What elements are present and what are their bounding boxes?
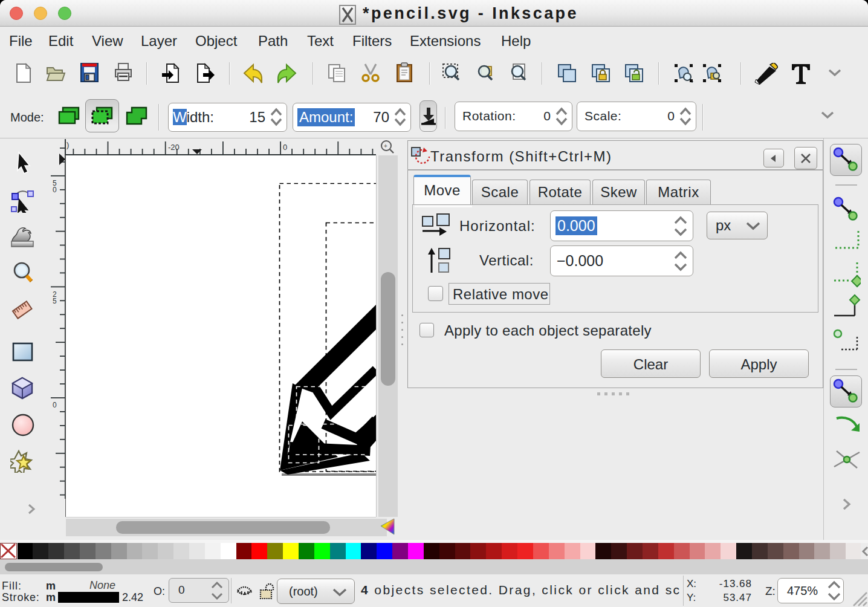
svg-text:0: 0: [53, 401, 57, 409]
svg-text:5: 5: [53, 297, 57, 305]
svg-text:0: 0: [53, 186, 57, 194]
svg-text:0: 0: [283, 143, 287, 152]
svg-text:): ): [66, 140, 69, 149]
svg-text:+: +: [384, 143, 387, 149]
svg-text:-20: -20: [168, 143, 180, 152]
